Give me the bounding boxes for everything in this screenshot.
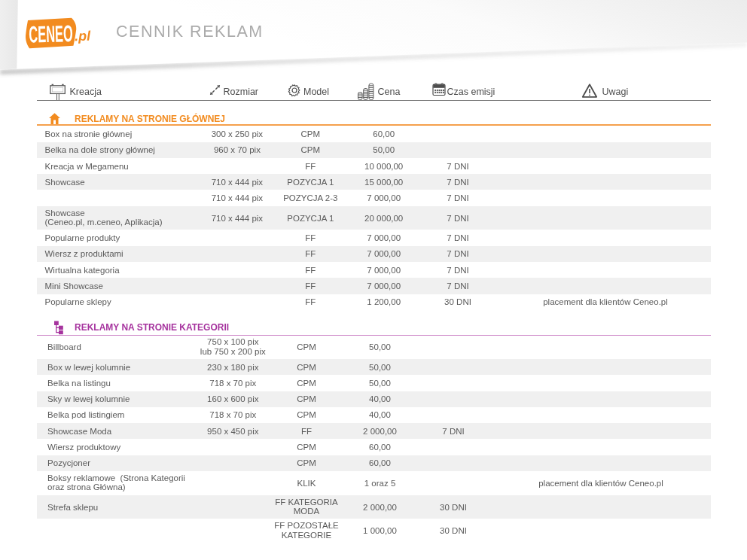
svg-text:CENEO: CENEO — [29, 21, 73, 47]
svg-text:.pl: .pl — [75, 29, 92, 44]
